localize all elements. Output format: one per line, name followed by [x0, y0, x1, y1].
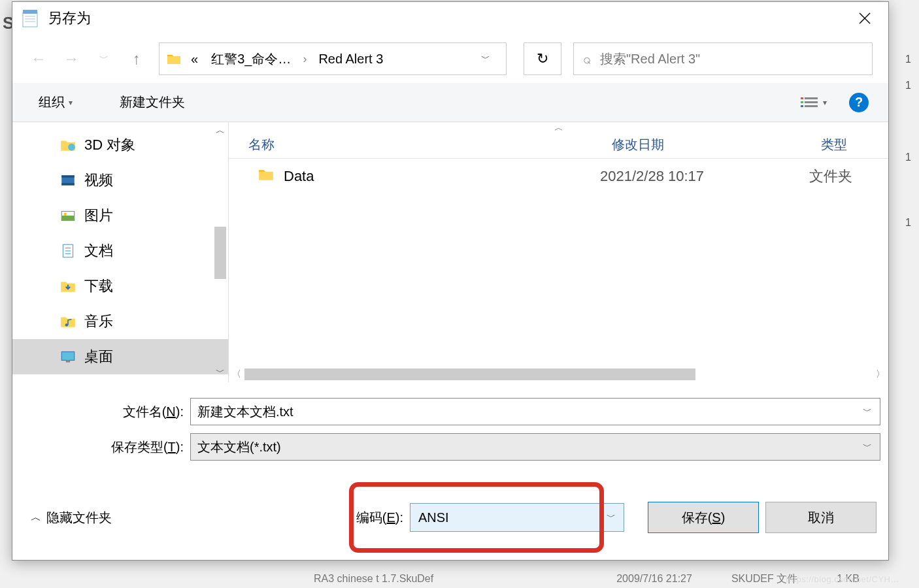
encoding-select[interactable]: ANSI ﹀ [410, 503, 624, 532]
svg-rect-12 [805, 105, 818, 107]
filetype-label: 保存类型(T): [20, 438, 190, 456]
sidebar-item-3d-objects[interactable]: 3D 对象 [12, 127, 228, 163]
file-row[interactable]: Data 2021/2/28 10:17 文件夹 [229, 159, 888, 194]
save-as-dialog: 另存为 ← → ﹀ ↑ « 红警3_命令… › Red Alert 3 ﹀ ↻ [12, 1, 889, 561]
folder-icon [258, 166, 275, 187]
breadcrumb-prefix: « [187, 49, 202, 69]
scroll-thumb[interactable] [244, 368, 695, 380]
sort-indicator: ︿ [229, 122, 888, 131]
file-horizontal-scrollbar[interactable]: 〈 〉 [229, 367, 888, 382]
cancel-button[interactable]: 取消 [765, 502, 877, 533]
svg-rect-0 [23, 12, 37, 27]
file-list-header: 名称 修改日期 类型 [229, 131, 888, 159]
svg-rect-26 [66, 360, 71, 362]
fields: 文件名(N): 新建文本文档.txt ﹀ 保存类型(T): 文本文档(*.txt… [12, 382, 888, 475]
view-options-button[interactable]: ▾ [795, 93, 832, 112]
breadcrumb-segment[interactable]: 红警3_命令… [207, 48, 295, 71]
documents-icon [59, 242, 76, 259]
toolbar: 组织 ▾ 新建文件夹 ▾ ? [12, 83, 888, 122]
column-type[interactable]: 类型 [809, 136, 888, 154]
sidebar-item-music[interactable]: 音乐 [12, 304, 228, 339]
save-button[interactable]: 保存(S) [648, 502, 759, 533]
up-button[interactable]: ↑ [126, 48, 147, 69]
column-date[interactable]: 修改日期 [600, 136, 809, 154]
file-list[interactable]: Data 2021/2/28 10:17 文件夹 [229, 159, 888, 367]
main-area: 3D 对象 视频 图片 文档 下载 [12, 122, 888, 382]
scroll-up-icon[interactable]: ︿ [216, 125, 225, 138]
chevron-down-icon: ▾ [69, 98, 73, 107]
column-name[interactable]: 名称 [229, 136, 600, 154]
new-folder-button[interactable]: 新建文件夹 [113, 90, 192, 115]
search-placeholder: 搜索"Red Alert 3" [600, 50, 700, 68]
breadcrumb[interactable]: « 红警3_命令… › Red Alert 3 ﹀ [159, 42, 507, 75]
chevron-down-icon: ▾ [823, 98, 827, 107]
sidebar-item-label: 图片 [84, 206, 113, 225]
chevron-down-icon[interactable]: ﹀ [607, 512, 616, 523]
search-input[interactable]: ⌕ 搜索"Red Alert 3" [573, 42, 873, 75]
bg-number: 1 [905, 54, 911, 65]
chevron-down-icon[interactable]: ﹀ [472, 53, 499, 65]
back-button[interactable]: ← [28, 48, 49, 69]
close-button[interactable] [849, 5, 880, 31]
refresh-button[interactable]: ↻ [524, 42, 561, 75]
sidebar-item-label: 视频 [84, 171, 113, 190]
close-icon [859, 12, 871, 24]
svg-rect-7 [801, 97, 803, 99]
scroll-thumb[interactable] [214, 227, 226, 279]
svg-rect-16 [61, 183, 75, 185]
filename-input[interactable]: 新建文本文档.txt ﹀ [190, 398, 880, 425]
notepad-icon [20, 8, 40, 28]
scroll-right-icon[interactable]: 〉 [873, 368, 888, 380]
filename-value: 新建文本文档.txt [197, 403, 293, 421]
sidebar-item-label: 3D 对象 [84, 135, 135, 155]
breadcrumb-segment[interactable]: Red Alert 3 [314, 49, 387, 69]
history-dropdown[interactable]: ﹀ [93, 48, 114, 69]
file-area: ︿ 名称 修改日期 类型 Data 2021/2/28 10:17 文件夹 〈 [228, 122, 888, 382]
help-button[interactable]: ? [849, 93, 869, 112]
bg-number: 1 [905, 217, 911, 229]
nav-row: ← → ﹀ ↑ « 红警3_命令… › Red Alert 3 ﹀ ↻ ⌕ 搜索… [12, 35, 888, 83]
scroll-down-icon[interactable]: ﹀ [216, 367, 225, 380]
sidebar-scrollbar[interactable]: ︿ ﹀ [212, 122, 228, 382]
filetype-row: 保存类型(T): 文本文档(*.txt) ﹀ [20, 433, 880, 461]
svg-rect-18 [61, 216, 75, 221]
sidebar-item-videos[interactable]: 视频 [12, 163, 228, 198]
filetype-value: 文本文档(*.txt) [197, 438, 281, 456]
forward-button[interactable]: → [61, 48, 82, 69]
desktop-icon [59, 348, 76, 365]
sidebar-item-label: 下载 [84, 276, 113, 296]
view-icon [801, 96, 818, 109]
svg-point-13 [68, 144, 75, 151]
organize-button[interactable]: 组织 ▾ [32, 90, 79, 115]
refresh-icon: ↻ [537, 50, 548, 67]
sidebar-tree: 3D 对象 视频 图片 文档 下载 [12, 122, 228, 380]
titlebar: 另存为 [12, 2, 888, 35]
sidebar-item-downloads[interactable]: 下载 [12, 269, 228, 304]
videos-icon [59, 172, 76, 189]
sidebar-item-label: 桌面 [84, 347, 113, 367]
sidebar-item-label: 文档 [84, 241, 113, 261]
folder-icon [166, 51, 182, 67]
watermark: https://blog.csdn.net/CYH… [786, 574, 899, 584]
dialog-title: 另存为 [48, 8, 849, 28]
hide-folders-toggle[interactable]: ︿ 隐藏文件夹 [31, 509, 112, 527]
svg-rect-9 [801, 101, 803, 103]
file-date: 2021/2/28 10:17 [600, 168, 809, 185]
hide-folders-label: 隐藏文件夹 [46, 509, 112, 527]
chevron-down-icon[interactable]: ﹀ [863, 441, 872, 453]
filename-label: 文件名(N): [20, 403, 190, 421]
svg-point-19 [64, 213, 67, 216]
pictures-icon [59, 207, 76, 224]
file-type: 文件夹 [809, 167, 888, 186]
scroll-left-icon[interactable]: 〈 [229, 368, 244, 380]
svg-rect-11 [801, 105, 803, 107]
sidebar-item-desktop[interactable]: 桌面 [12, 339, 228, 374]
sidebar-item-documents[interactable]: 文档 [12, 233, 228, 269]
sidebar-item-pictures[interactable]: 图片 [12, 198, 228, 233]
filetype-select[interactable]: 文本文档(*.txt) ﹀ [190, 433, 880, 461]
filename-row: 文件名(N): 新建文本文档.txt ﹀ [20, 398, 880, 425]
chevron-right-icon[interactable]: › [300, 52, 309, 66]
svg-rect-15 [61, 175, 75, 177]
chevron-down-icon[interactable]: ﹀ [863, 406, 872, 417]
3d-objects-icon [59, 137, 76, 154]
